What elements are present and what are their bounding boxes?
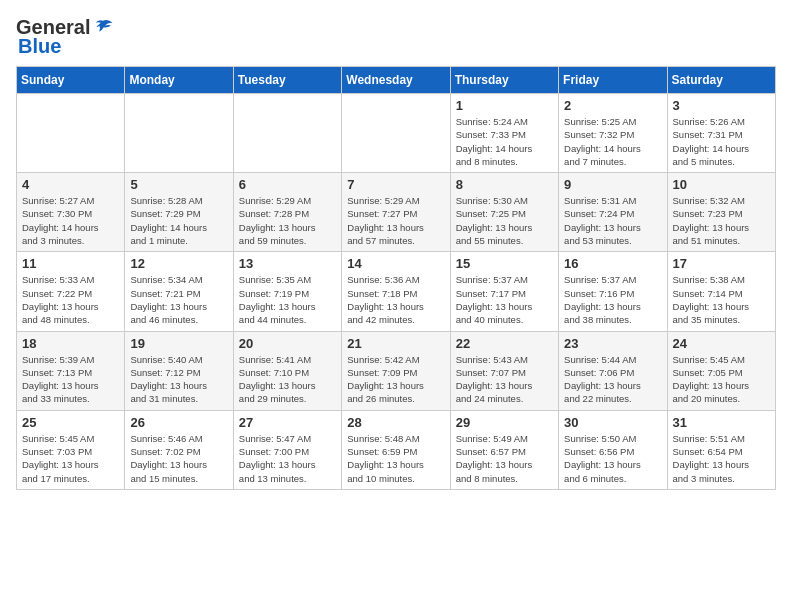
day-number: 15: [456, 256, 553, 271]
calendar-week-row: 4Sunrise: 5:27 AM Sunset: 7:30 PM Daylig…: [17, 173, 776, 252]
day-number: 7: [347, 177, 444, 192]
day-info: Sunrise: 5:29 AM Sunset: 7:27 PM Dayligh…: [347, 194, 444, 247]
calendar-cell: 30Sunrise: 5:50 AM Sunset: 6:56 PM Dayli…: [559, 410, 667, 489]
calendar-cell: 2Sunrise: 5:25 AM Sunset: 7:32 PM Daylig…: [559, 94, 667, 173]
day-number: 11: [22, 256, 119, 271]
day-number: 13: [239, 256, 336, 271]
day-number: 22: [456, 336, 553, 351]
day-info: Sunrise: 5:38 AM Sunset: 7:14 PM Dayligh…: [673, 273, 770, 326]
calendar-cell: 9Sunrise: 5:31 AM Sunset: 7:24 PM Daylig…: [559, 173, 667, 252]
day-info: Sunrise: 5:45 AM Sunset: 7:03 PM Dayligh…: [22, 432, 119, 485]
calendar-cell: 21Sunrise: 5:42 AM Sunset: 7:09 PM Dayli…: [342, 331, 450, 410]
day-info: Sunrise: 5:37 AM Sunset: 7:16 PM Dayligh…: [564, 273, 661, 326]
calendar-header-wednesday: Wednesday: [342, 67, 450, 94]
calendar-cell: 22Sunrise: 5:43 AM Sunset: 7:07 PM Dayli…: [450, 331, 558, 410]
day-info: Sunrise: 5:29 AM Sunset: 7:28 PM Dayligh…: [239, 194, 336, 247]
day-number: 4: [22, 177, 119, 192]
calendar-cell: 25Sunrise: 5:45 AM Sunset: 7:03 PM Dayli…: [17, 410, 125, 489]
day-number: 3: [673, 98, 770, 113]
day-number: 26: [130, 415, 227, 430]
day-info: Sunrise: 5:48 AM Sunset: 6:59 PM Dayligh…: [347, 432, 444, 485]
day-number: 21: [347, 336, 444, 351]
calendar-cell: 20Sunrise: 5:41 AM Sunset: 7:10 PM Dayli…: [233, 331, 341, 410]
day-info: Sunrise: 5:46 AM Sunset: 7:02 PM Dayligh…: [130, 432, 227, 485]
day-number: 10: [673, 177, 770, 192]
day-info: Sunrise: 5:50 AM Sunset: 6:56 PM Dayligh…: [564, 432, 661, 485]
calendar-cell: 4Sunrise: 5:27 AM Sunset: 7:30 PM Daylig…: [17, 173, 125, 252]
logo-bird-icon: [92, 17, 114, 39]
calendar-cell: 7Sunrise: 5:29 AM Sunset: 7:27 PM Daylig…: [342, 173, 450, 252]
day-number: 27: [239, 415, 336, 430]
calendar-cell: 26Sunrise: 5:46 AM Sunset: 7:02 PM Dayli…: [125, 410, 233, 489]
calendar-cell: 6Sunrise: 5:29 AM Sunset: 7:28 PM Daylig…: [233, 173, 341, 252]
calendar-header-saturday: Saturday: [667, 67, 775, 94]
day-number: 19: [130, 336, 227, 351]
day-info: Sunrise: 5:47 AM Sunset: 7:00 PM Dayligh…: [239, 432, 336, 485]
calendar-week-row: 25Sunrise: 5:45 AM Sunset: 7:03 PM Dayli…: [17, 410, 776, 489]
calendar-cell: 19Sunrise: 5:40 AM Sunset: 7:12 PM Dayli…: [125, 331, 233, 410]
calendar-header-monday: Monday: [125, 67, 233, 94]
calendar-cell: 27Sunrise: 5:47 AM Sunset: 7:00 PM Dayli…: [233, 410, 341, 489]
day-info: Sunrise: 5:49 AM Sunset: 6:57 PM Dayligh…: [456, 432, 553, 485]
calendar-week-row: 1Sunrise: 5:24 AM Sunset: 7:33 PM Daylig…: [17, 94, 776, 173]
day-number: 18: [22, 336, 119, 351]
calendar-cell: 10Sunrise: 5:32 AM Sunset: 7:23 PM Dayli…: [667, 173, 775, 252]
day-info: Sunrise: 5:39 AM Sunset: 7:13 PM Dayligh…: [22, 353, 119, 406]
day-info: Sunrise: 5:36 AM Sunset: 7:18 PM Dayligh…: [347, 273, 444, 326]
calendar-cell: [17, 94, 125, 173]
calendar-cell: 18Sunrise: 5:39 AM Sunset: 7:13 PM Dayli…: [17, 331, 125, 410]
day-number: 23: [564, 336, 661, 351]
day-info: Sunrise: 5:30 AM Sunset: 7:25 PM Dayligh…: [456, 194, 553, 247]
calendar-cell: 28Sunrise: 5:48 AM Sunset: 6:59 PM Dayli…: [342, 410, 450, 489]
day-info: Sunrise: 5:41 AM Sunset: 7:10 PM Dayligh…: [239, 353, 336, 406]
day-number: 16: [564, 256, 661, 271]
calendar-table: SundayMondayTuesdayWednesdayThursdayFrid…: [16, 66, 776, 490]
day-info: Sunrise: 5:26 AM Sunset: 7:31 PM Dayligh…: [673, 115, 770, 168]
calendar-cell: 23Sunrise: 5:44 AM Sunset: 7:06 PM Dayli…: [559, 331, 667, 410]
calendar-cell: 11Sunrise: 5:33 AM Sunset: 7:22 PM Dayli…: [17, 252, 125, 331]
calendar-cell: 12Sunrise: 5:34 AM Sunset: 7:21 PM Dayli…: [125, 252, 233, 331]
day-number: 24: [673, 336, 770, 351]
day-info: Sunrise: 5:40 AM Sunset: 7:12 PM Dayligh…: [130, 353, 227, 406]
day-number: 6: [239, 177, 336, 192]
calendar-cell: [125, 94, 233, 173]
calendar-cell: 8Sunrise: 5:30 AM Sunset: 7:25 PM Daylig…: [450, 173, 558, 252]
calendar-header-thursday: Thursday: [450, 67, 558, 94]
day-info: Sunrise: 5:27 AM Sunset: 7:30 PM Dayligh…: [22, 194, 119, 247]
calendar-cell: 15Sunrise: 5:37 AM Sunset: 7:17 PM Dayli…: [450, 252, 558, 331]
day-number: 17: [673, 256, 770, 271]
day-number: 25: [22, 415, 119, 430]
calendar-header-tuesday: Tuesday: [233, 67, 341, 94]
day-info: Sunrise: 5:45 AM Sunset: 7:05 PM Dayligh…: [673, 353, 770, 406]
day-info: Sunrise: 5:31 AM Sunset: 7:24 PM Dayligh…: [564, 194, 661, 247]
day-number: 1: [456, 98, 553, 113]
day-info: Sunrise: 5:43 AM Sunset: 7:07 PM Dayligh…: [456, 353, 553, 406]
day-number: 30: [564, 415, 661, 430]
day-info: Sunrise: 5:35 AM Sunset: 7:19 PM Dayligh…: [239, 273, 336, 326]
day-info: Sunrise: 5:37 AM Sunset: 7:17 PM Dayligh…: [456, 273, 553, 326]
day-number: 20: [239, 336, 336, 351]
calendar-cell: [233, 94, 341, 173]
calendar-cell: 29Sunrise: 5:49 AM Sunset: 6:57 PM Dayli…: [450, 410, 558, 489]
day-info: Sunrise: 5:28 AM Sunset: 7:29 PM Dayligh…: [130, 194, 227, 247]
calendar-cell: 1Sunrise: 5:24 AM Sunset: 7:33 PM Daylig…: [450, 94, 558, 173]
calendar-cell: 3Sunrise: 5:26 AM Sunset: 7:31 PM Daylig…: [667, 94, 775, 173]
day-number: 14: [347, 256, 444, 271]
day-info: Sunrise: 5:42 AM Sunset: 7:09 PM Dayligh…: [347, 353, 444, 406]
calendar-cell: 5Sunrise: 5:28 AM Sunset: 7:29 PM Daylig…: [125, 173, 233, 252]
calendar-cell: 17Sunrise: 5:38 AM Sunset: 7:14 PM Dayli…: [667, 252, 775, 331]
day-info: Sunrise: 5:25 AM Sunset: 7:32 PM Dayligh…: [564, 115, 661, 168]
day-number: 31: [673, 415, 770, 430]
day-number: 28: [347, 415, 444, 430]
calendar-cell: 14Sunrise: 5:36 AM Sunset: 7:18 PM Dayli…: [342, 252, 450, 331]
day-info: Sunrise: 5:44 AM Sunset: 7:06 PM Dayligh…: [564, 353, 661, 406]
calendar-header-sunday: Sunday: [17, 67, 125, 94]
calendar-week-row: 11Sunrise: 5:33 AM Sunset: 7:22 PM Dayli…: [17, 252, 776, 331]
header: General Blue: [16, 16, 776, 58]
day-number: 29: [456, 415, 553, 430]
day-info: Sunrise: 5:32 AM Sunset: 7:23 PM Dayligh…: [673, 194, 770, 247]
logo: General Blue: [16, 16, 114, 58]
day-info: Sunrise: 5:51 AM Sunset: 6:54 PM Dayligh…: [673, 432, 770, 485]
day-number: 12: [130, 256, 227, 271]
calendar-cell: 16Sunrise: 5:37 AM Sunset: 7:16 PM Dayli…: [559, 252, 667, 331]
